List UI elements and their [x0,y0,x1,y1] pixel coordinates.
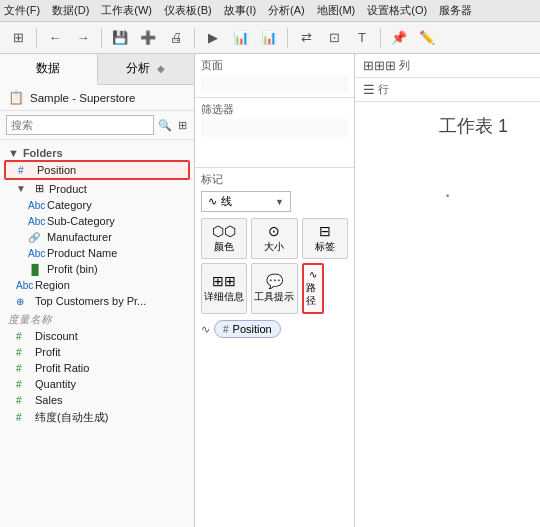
field-name-category: Category [47,199,92,211]
field-name-product: Product [49,183,87,195]
toolbar-show-icon[interactable]: 📊 [257,26,281,50]
marks-size-button[interactable]: ⊙ 大小 [251,218,297,259]
pages-label: 页面 [201,58,348,73]
toolbar-back-button[interactable]: ← [43,26,67,50]
menu-file[interactable]: 文件(F) [4,3,40,18]
field-name-latitude: 纬度(自动生成) [35,410,108,425]
marks-label-label: 标签 [315,241,335,254]
field-name-discount: Discount [35,330,78,342]
worksheet-title: 工作表 1 [367,114,528,138]
field-position[interactable]: # Position [4,160,190,180]
rows-label: ☰ 行 [363,82,389,97]
field-icon-hash: # [18,165,32,176]
field-icon-abc-prod: Abc [28,248,42,259]
field-region[interactable]: Abc Region [0,277,194,293]
marks-detail-icon: ⊞⊞ [212,273,236,289]
toolbar-forward-button[interactable]: → [71,26,95,50]
field-discount[interactable]: # Discount [0,328,194,344]
marks-size-label: 大小 [264,241,284,254]
filters-label: 筛选器 [201,102,348,117]
field-icon-hash-discount: # [16,331,30,342]
rows-icon: ☰ [363,82,375,97]
filters-content [201,119,348,137]
toolbar-more-icon[interactable]: ✏️ [415,26,439,50]
marks-dropdown-arrow: ▼ [275,197,284,207]
toolbar-swap-icon[interactable]: ⇄ [294,26,318,50]
tab-data[interactable]: 数据 [0,54,98,85]
menu-format[interactable]: 设置格式(O) [367,3,427,18]
pages-content [201,75,348,93]
menu-server[interactable]: 服务器 [439,3,472,18]
toolbar-present-icon[interactable]: ▶ [201,26,225,50]
marks-type-dropdown[interactable]: ∿ 线 ▼ [201,191,291,212]
field-icon-hash-quantity: # [16,379,30,390]
position-pill[interactable]: # Position [214,320,281,338]
field-subcategory[interactable]: Abc Sub-Category [0,213,194,229]
field-product-group[interactable]: ▼ ⊞ Product [0,180,194,197]
field-name-topcustomers: Top Customers by Pr... [35,295,146,307]
search-input[interactable] [6,115,154,135]
field-productname[interactable]: Abc Product Name [0,245,194,261]
field-name-profit: Profit [35,346,61,358]
middle-col: 页面 筛选器 标记 ∿ 线 ▼ [195,54,355,527]
field-category[interactable]: Abc Category [0,197,194,213]
columns-text: 列 [399,58,410,73]
marks-label-icon: ⊟ [319,223,331,239]
marks-color-button[interactable]: ⬡⬡ 颜色 [201,218,247,259]
folders-arrow: ▼ [8,147,19,159]
menu-map[interactable]: 地图(M) [317,3,356,18]
folders-section-header[interactable]: ▼ Folders [0,144,194,160]
field-icon-hash-lat: # [16,412,30,423]
toolbar-sep-2 [101,28,102,48]
right-area: 页面 筛选器 标记 ∿ 线 ▼ [195,54,540,527]
field-name-manufacturer: Manufacturer [47,231,112,243]
pill-hash-icon: # [223,324,229,335]
field-sales[interactable]: # Sales [0,392,194,408]
toolbar-print-icon[interactable]: 🖨 [164,26,188,50]
marks-path-row: ∿ # Position [201,320,348,338]
field-name-region: Region [35,279,70,291]
marks-tooltip-button[interactable]: 💬 工具提示 [251,263,297,314]
tab-analyze[interactable]: 分析 ◆ [98,54,195,84]
field-name-quantity: Quantity [35,378,76,390]
toolbar-label-icon[interactable]: T [350,26,374,50]
field-profitratio[interactable]: # Profit Ratio [0,360,194,376]
marks-path-row-icon: ∿ [201,323,210,336]
menu-worksheet[interactable]: 工作表(W) [101,3,152,18]
toolbar-fix-icon[interactable]: 📌 [387,26,411,50]
datasource-name: Sample - Superstore [30,92,135,104]
search-row: 🔍 ⊞ [0,111,194,140]
menu-data[interactable]: 数据(D) [52,3,89,18]
field-name-productname: Product Name [47,247,117,259]
menu-dashboard[interactable]: 仪表板(B) [164,3,212,18]
toolbar-sep-3 [194,28,195,48]
pill-label: Position [233,323,272,335]
field-manufacturer[interactable]: 🔗 Manufacturer [0,229,194,245]
marks-path-icon: ∿ [309,269,317,280]
rows-text: 行 [378,82,389,97]
field-profit[interactable]: # Profit [0,344,194,360]
field-profitbin[interactable]: ▐▌ Profit (bin) [0,261,194,277]
search-icon[interactable]: 🔍 [158,115,172,135]
field-name-profitbin: Profit (bin) [47,263,98,275]
marks-detail-button[interactable]: ⊞⊞ 详细信息 [201,263,247,314]
right-col: ⊞⊞⊞ 列 ☰ 行 工作表 1 · [355,54,540,527]
datasource-row[interactable]: 📋 Sample - Superstore [0,85,194,111]
marks-label-button[interactable]: ⊟ 标签 [302,218,348,259]
menu-story[interactable]: 故事(I) [224,3,256,18]
toolbar-save-icon[interactable]: 💾 [108,26,132,50]
marks-size-icon: ⊙ [268,223,280,239]
toolbar-chart-icon[interactable]: 📊 [229,26,253,50]
marks-color-label: 颜色 [214,241,234,254]
marks-section: 标记 ∿ 线 ▼ ⬡⬡ 颜色 ⊙ [195,168,354,527]
field-icon-abc-cat: Abc [28,200,42,211]
field-quantity[interactable]: # Quantity [0,376,194,392]
menu-analysis[interactable]: 分析(A) [268,3,305,18]
grid-view-icon[interactable]: ⊞ [176,115,188,135]
toolbar-add-icon[interactable]: ➕ [136,26,160,50]
field-topcustomers[interactable]: ⊕ Top Customers by Pr... [0,293,194,309]
toolbar-fit-icon[interactable]: ⊡ [322,26,346,50]
toolbar-grid-icon[interactable]: ⊞ [6,26,30,50]
marks-path-button[interactable]: ∿ 路径 [302,263,324,314]
field-latitude[interactable]: # 纬度(自动生成) [0,408,194,427]
